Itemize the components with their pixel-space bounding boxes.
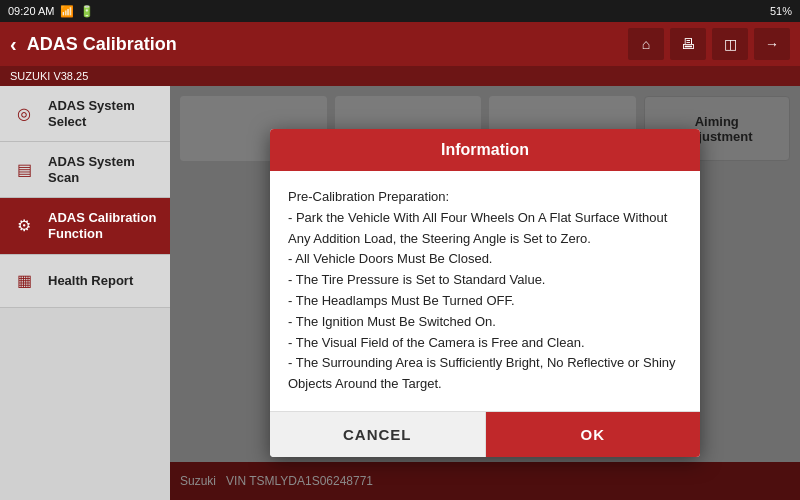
cancel-button[interactable]: CANCEL	[270, 412, 486, 457]
export-button[interactable]: →	[754, 28, 790, 60]
status-left: 09:20 AM 📶 🔋	[8, 5, 94, 18]
sidebar-item-adas-system-scan[interactable]: ▤ ADAS System Scan	[0, 142, 170, 198]
sidebar-item-adas-system-select[interactable]: ◎ ADAS System Select	[0, 86, 170, 142]
print-button[interactable]: 🖶	[670, 28, 706, 60]
app-header: ‹ ADAS Calibration ⌂ 🖶 ◫ →	[0, 22, 800, 66]
main-area: ◎ ADAS System Select ▤ ADAS System Scan …	[0, 86, 800, 500]
dialog-body: Pre-Calibration Preparation: - Park the …	[270, 171, 700, 411]
scan-button[interactable]: ◫	[712, 28, 748, 60]
dialog-content: Pre-Calibration Preparation: - Park the …	[288, 189, 676, 391]
home-button[interactable]: ⌂	[628, 28, 664, 60]
health-report-icon: ▦	[10, 267, 38, 295]
dialog-footer: CANCEL OK	[270, 411, 700, 457]
header-title: ADAS Calibration	[27, 34, 177, 55]
version-label: SUZUKI V38.25	[10, 70, 88, 82]
status-bar: 09:20 AM 📶 🔋 51%	[0, 0, 800, 22]
back-button[interactable]: ‹	[10, 33, 17, 56]
time-display: 09:20 AM	[8, 5, 54, 17]
dialog-title: Information	[441, 141, 529, 158]
dialog-header: Information	[270, 129, 700, 171]
device-icon: 🔋	[80, 5, 94, 18]
sidebar-label-adas-system-scan: ADAS System Scan	[48, 154, 160, 185]
adas-calibration-icon: ⚙	[10, 212, 38, 240]
sidebar: ◎ ADAS System Select ▤ ADAS System Scan …	[0, 86, 170, 500]
header-icons: ⌂ 🖶 ◫ →	[628, 28, 790, 60]
sidebar-item-health-report[interactable]: ▦ Health Report	[0, 255, 170, 308]
sidebar-label-adas-calibration-function: ADAS Calibration Function	[48, 210, 160, 241]
adas-scan-icon: ▤	[10, 156, 38, 184]
status-right: 51%	[770, 5, 792, 17]
sidebar-label-adas-system-select: ADAS System Select	[48, 98, 160, 129]
header-left: ‹ ADAS Calibration	[10, 33, 177, 56]
adas-select-icon: ◎	[10, 100, 38, 128]
content-area: AimingAdjustment K Suzuki VIN TSMLYDA1S0…	[170, 86, 800, 500]
wifi-icon: 📶	[60, 5, 74, 18]
information-dialog: Information Pre-Calibration Preparation:…	[270, 129, 700, 457]
sidebar-label-health-report: Health Report	[48, 273, 133, 289]
modal-overlay: Information Pre-Calibration Preparation:…	[170, 86, 800, 500]
battery-display: 51%	[770, 5, 792, 17]
sub-header: SUZUKI V38.25	[0, 66, 800, 86]
ok-button[interactable]: OK	[486, 412, 701, 457]
sidebar-item-adas-calibration-function[interactable]: ⚙ ADAS Calibration Function	[0, 198, 170, 254]
